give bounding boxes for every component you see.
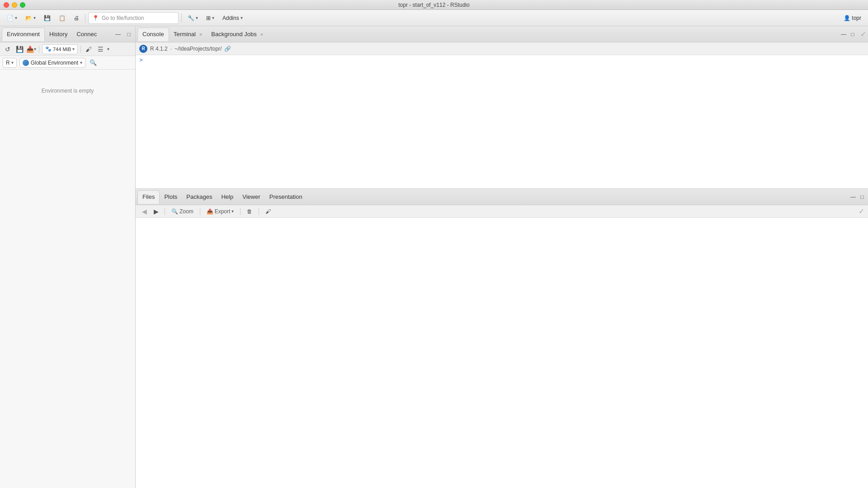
empty-text: Environment is empty bbox=[42, 88, 94, 94]
plots-toolbar-sep-4 bbox=[259, 208, 259, 215]
save-button[interactable]: 💾 bbox=[41, 12, 54, 24]
tab-help[interactable]: Help bbox=[217, 190, 238, 204]
new-script-button[interactable]: 📄 ▾ bbox=[4, 12, 20, 24]
export-label: Export bbox=[215, 208, 231, 215]
subtoolbar-sep-2 bbox=[80, 46, 81, 53]
tab-files-label: Files bbox=[142, 193, 155, 200]
addins-button[interactable]: Addins ▾ bbox=[219, 12, 246, 24]
plots-back-btn[interactable]: ◀ bbox=[139, 206, 149, 216]
go-to-file-label: Go to file/function bbox=[102, 15, 144, 21]
addins-dropdown-arrow: ▾ bbox=[241, 15, 243, 20]
list-view-btn[interactable]: ☰ bbox=[95, 44, 105, 54]
refresh-icon: 🖌 bbox=[265, 208, 271, 215]
clear-plots-btn[interactable]: 🗑 bbox=[244, 206, 255, 216]
minimize-window-button[interactable] bbox=[12, 2, 17, 8]
tab-background-jobs-label: Background Jobs bbox=[211, 31, 256, 38]
toolbar-separator-2 bbox=[181, 14, 182, 23]
tab-plots[interactable]: Plots bbox=[160, 190, 182, 204]
right-panel: Console Terminal × Background Jobs × — □… bbox=[136, 26, 868, 488]
r-label: R bbox=[6, 60, 10, 66]
tab-environment[interactable]: Environment bbox=[2, 28, 45, 41]
list-view-dropdown-arrow: ▾ bbox=[107, 47, 109, 52]
tab-console[interactable]: Console bbox=[137, 28, 169, 41]
tab-terminal-label: Terminal bbox=[174, 31, 196, 38]
environment-name: Global Environment bbox=[31, 60, 78, 66]
left-tab-bar: Environment History Connec — □ bbox=[0, 26, 135, 42]
left-panel: Environment History Connec — □ ↺ 💾 📥 ▾ bbox=[0, 26, 136, 488]
plots-toolbar-sep-3 bbox=[240, 208, 241, 215]
console-minimize-btn[interactable]: — bbox=[840, 30, 848, 38]
export-button[interactable]: 📤 Export ▾ bbox=[204, 206, 237, 216]
console-content[interactable]: > bbox=[136, 55, 868, 188]
tab-terminal[interactable]: Terminal × bbox=[169, 28, 207, 41]
plots-maximize-btn[interactable]: □ bbox=[858, 193, 866, 201]
console-panel: Console Terminal × Background Jobs × — □… bbox=[136, 26, 868, 189]
tab-history[interactable]: History bbox=[45, 28, 72, 41]
code-tools-button[interactable]: 🔧 ▾ bbox=[184, 12, 201, 24]
tab-viewer-label: Viewer bbox=[242, 193, 260, 200]
user-icon: 👤 bbox=[844, 15, 850, 21]
console-link-icon[interactable]: 🔗 bbox=[224, 46, 231, 52]
clear-icon: 🗑 bbox=[247, 208, 252, 215]
tab-packages-label: Packages bbox=[186, 193, 212, 200]
import-icon: 📥 bbox=[26, 46, 34, 53]
user-button[interactable]: 👤 topr bbox=[840, 12, 864, 24]
plots-panel-controls: — □ bbox=[849, 193, 866, 201]
grid-button[interactable]: ⊞ ▾ bbox=[203, 12, 217, 24]
print-icon: 🖨 bbox=[74, 15, 79, 21]
grid-icon: ⊞ bbox=[206, 15, 211, 21]
console-maximize-btn[interactable]: □ bbox=[849, 30, 857, 38]
tab-connections-label: Connec bbox=[76, 31, 97, 38]
tab-files[interactable]: Files bbox=[137, 190, 160, 204]
tab-viewer[interactable]: Viewer bbox=[238, 190, 265, 204]
tab-packages[interactable]: Packages bbox=[182, 190, 217, 204]
open-dropdown-arrow: ▾ bbox=[33, 15, 36, 20]
env-search-btn[interactable]: 🔍 bbox=[88, 58, 98, 68]
go-to-file-icon: 📍 bbox=[92, 15, 99, 21]
layout: Environment History Connec — □ ↺ 💾 📥 ▾ bbox=[0, 26, 868, 488]
terminal-close-btn[interactable]: × bbox=[199, 32, 202, 37]
maximize-window-button[interactable] bbox=[20, 2, 25, 8]
refresh-plots-btn[interactable]: 🖌 bbox=[263, 206, 274, 216]
print-button[interactable]: 🖨 bbox=[71, 12, 82, 24]
console-path: ~/IdeaProjects/topr/ bbox=[175, 46, 222, 52]
tab-presentation[interactable]: Presentation bbox=[265, 190, 307, 204]
zoom-label: Zoom bbox=[179, 208, 193, 215]
tab-console-label: Console bbox=[142, 31, 164, 38]
plots-tab-bar: Files Plots Packages Help Viewer Present… bbox=[136, 189, 868, 205]
zoom-button[interactable]: 🔍 Zoom bbox=[169, 206, 196, 216]
subtoolbar-sep-1 bbox=[39, 46, 39, 53]
memory-label: 744 MiB bbox=[53, 47, 71, 52]
tab-background-jobs[interactable]: Background Jobs × bbox=[207, 28, 268, 41]
r-version-select[interactable]: R ▾ bbox=[3, 58, 17, 68]
window-title: topr - start_of_v112 - RStudio bbox=[398, 2, 469, 8]
memory-usage-badge[interactable]: 🐾 744 MiB ▾ bbox=[42, 44, 78, 54]
grid-dropdown-arrow: ▾ bbox=[212, 15, 214, 20]
export-dropdown-arrow: ▾ bbox=[231, 209, 234, 214]
addins-label: Addins bbox=[222, 15, 239, 21]
plots-minimize-btn[interactable]: — bbox=[849, 193, 857, 201]
save-all-button[interactable]: 📋 bbox=[56, 12, 69, 24]
plots-toolbar: ◀ ▶ 🔍 Zoom 📤 Export ▾ 🗑 bbox=[136, 205, 868, 218]
save-workspace-btn[interactable]: 💾 bbox=[14, 44, 24, 54]
background-jobs-close-btn[interactable]: × bbox=[260, 32, 263, 37]
open-button[interactable]: 📂 ▾ bbox=[22, 12, 39, 24]
console-checkmark: ✓ bbox=[860, 30, 866, 38]
left-panel-maximize-btn[interactable]: □ bbox=[124, 30, 133, 39]
environment-select[interactable]: Global Environment ▾ bbox=[19, 58, 85, 68]
left-tab-icons: — □ bbox=[113, 30, 133, 39]
close-window-button[interactable] bbox=[4, 2, 9, 8]
go-to-file-input[interactable]: 📍 Go to file/function bbox=[88, 12, 179, 24]
export-icon: 📤 bbox=[207, 208, 213, 215]
console-path-separator: · bbox=[170, 46, 172, 52]
load-workspace-btn[interactable]: ↺ bbox=[3, 44, 13, 54]
plots-forward-btn[interactable]: ▶ bbox=[151, 206, 161, 216]
zoom-icon: 🔍 bbox=[171, 208, 178, 215]
import-dataset-btn[interactable]: 📥 ▾ bbox=[26, 44, 36, 54]
memory-dropdown-arrow: ▾ bbox=[72, 47, 75, 52]
tab-connections[interactable]: Connec bbox=[72, 28, 101, 41]
brush-btn[interactable]: 🖌 bbox=[84, 44, 94, 54]
left-panel-minimize-btn[interactable]: — bbox=[113, 30, 123, 39]
console-panel-controls: — □ bbox=[840, 30, 857, 38]
user-label: topr bbox=[852, 15, 861, 21]
